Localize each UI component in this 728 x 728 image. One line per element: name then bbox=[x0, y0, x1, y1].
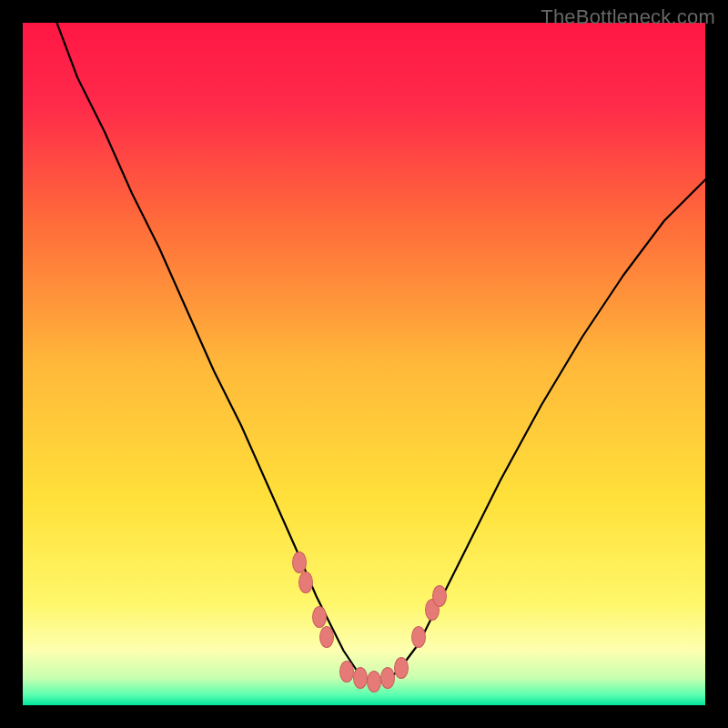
watermark-text: TheBottleneck.com bbox=[541, 5, 715, 29]
markers-layer bbox=[23, 23, 705, 705]
data-marker bbox=[298, 571, 313, 593]
plot-area bbox=[23, 23, 705, 705]
data-marker bbox=[312, 606, 327, 628]
chart-frame: TheBottleneck.com bbox=[0, 0, 728, 728]
data-marker bbox=[411, 626, 426, 648]
data-marker bbox=[432, 585, 447, 607]
data-marker bbox=[367, 671, 381, 693]
data-marker bbox=[339, 661, 354, 682]
data-marker bbox=[319, 626, 334, 648]
data-marker bbox=[380, 667, 395, 689]
data-marker bbox=[394, 657, 409, 679]
data-marker bbox=[353, 667, 368, 689]
data-marker bbox=[292, 551, 307, 573]
